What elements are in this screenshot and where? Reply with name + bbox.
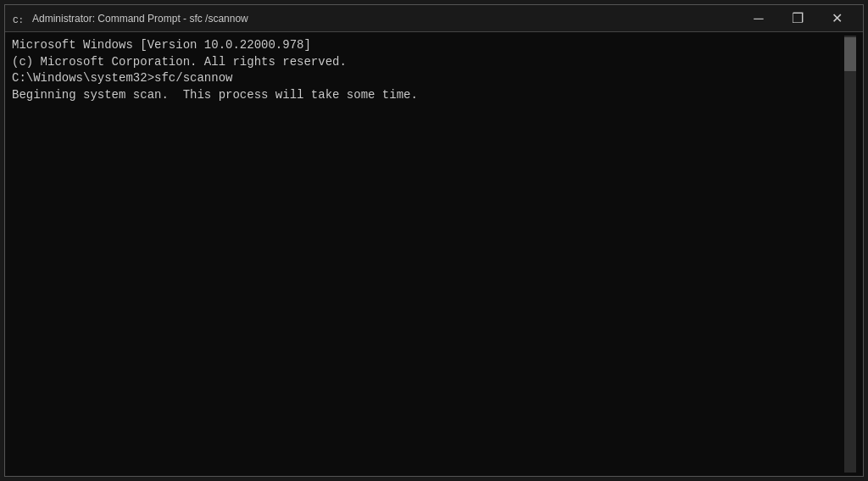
scrollbar-thumb[interactable]	[844, 37, 856, 71]
minimize-button[interactable]: ─	[739, 5, 778, 32]
close-button[interactable]: ✕	[817, 5, 856, 32]
console-line: Microsoft Windows [Version 10.0.22000.97…	[12, 37, 844, 54]
console-output: Microsoft Windows [Version 10.0.22000.97…	[12, 36, 844, 473]
scrollbar[interactable]	[844, 36, 856, 473]
console-line: C:\Windows\system32>sfc/scannow	[12, 70, 844, 87]
titlebar: C: Administrator: Command Prompt - sfc /…	[5, 5, 863, 32]
window-title: Administrator: Command Prompt - sfc /sca…	[32, 13, 739, 25]
svg-text:C:: C:	[13, 15, 24, 25]
command-prompt-window: C: Administrator: Command Prompt - sfc /…	[4, 4, 864, 477]
console-line: Beginning system scan. This process will…	[12, 87, 844, 104]
console-area[interactable]: Microsoft Windows [Version 10.0.22000.97…	[5, 32, 863, 476]
maximize-button[interactable]: ❐	[778, 5, 817, 32]
console-line: (c) Microsoft Corporation. All rights re…	[12, 54, 844, 71]
cmd-icon: C:	[12, 12, 25, 25]
window-controls: ─ ❐ ✕	[739, 5, 856, 32]
